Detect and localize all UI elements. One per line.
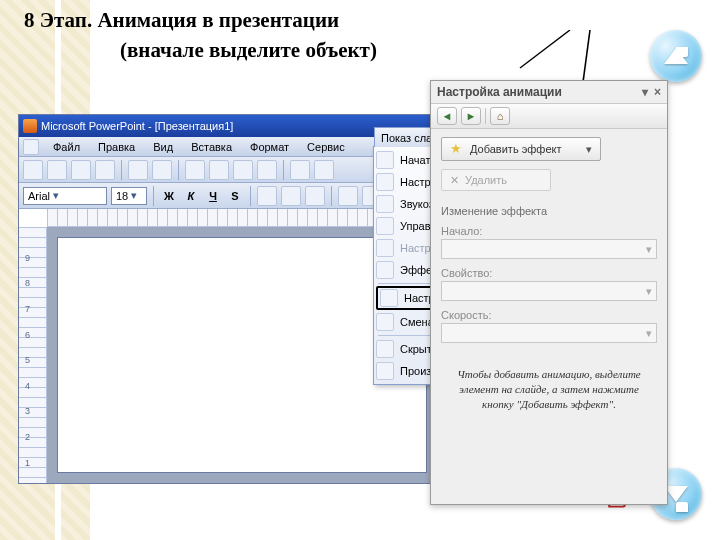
svg-line-0 — [520, 30, 570, 68]
ruler-num: 2 — [25, 432, 30, 442]
slide-canvas[interactable] — [57, 237, 427, 473]
toolbar-button[interactable] — [290, 160, 310, 180]
property-combo[interactable]: ▾ — [441, 281, 657, 301]
nav-back-button[interactable]: ◄ — [437, 107, 457, 125]
taskpane-menu-icon[interactable]: ▾ — [642, 85, 648, 99]
italic-button[interactable]: К — [182, 190, 200, 202]
speed-label: Скорость: — [441, 309, 657, 321]
toolbar-button[interactable] — [185, 160, 205, 180]
ruler-num: 6 — [25, 330, 30, 340]
start-combo[interactable]: ▾ — [441, 239, 657, 259]
menu-item-icon — [376, 195, 394, 213]
ruler-num: 4 — [25, 381, 30, 391]
ruler-num: 5 — [25, 355, 30, 365]
nav-up-button[interactable] — [650, 30, 702, 82]
menu-view[interactable]: Вид — [145, 139, 181, 155]
ruler-num: 9 — [25, 253, 30, 263]
add-effect-button[interactable]: Добавить эффект ▾ — [441, 137, 601, 161]
ruler-num: 8 — [25, 278, 30, 288]
nav-forward-button[interactable]: ► — [461, 107, 481, 125]
separator — [485, 108, 486, 124]
menu-item-icon — [376, 362, 394, 380]
separator — [331, 186, 332, 206]
ruler-vertical: 9 8 7 6 5 4 3 2 1 — [19, 227, 47, 483]
toolbar-button[interactable] — [128, 160, 148, 180]
delete-effect-button[interactable]: ✕ Удалить — [441, 169, 551, 191]
ruler-num: 1 — [25, 458, 30, 468]
menu-item-icon — [376, 261, 394, 279]
menu-insert[interactable]: Вставка — [183, 139, 240, 155]
toolbar-button[interactable] — [338, 186, 358, 206]
delete-icon: ✕ — [450, 174, 459, 187]
menu-format[interactable]: Формат — [242, 139, 297, 155]
menu-file[interactable]: Файл — [45, 139, 88, 155]
add-effect-label: Добавить эффект — [470, 143, 561, 155]
delete-label: Удалить — [465, 174, 507, 186]
taskpane-title-text: Настройка анимации — [437, 85, 562, 99]
toolbar-button[interactable] — [314, 160, 334, 180]
align-button[interactable] — [257, 186, 277, 206]
system-menu-icon[interactable] — [23, 139, 39, 155]
ruler-num: 3 — [25, 406, 30, 416]
shadow-button[interactable]: S — [226, 190, 244, 202]
fontsize-combo[interactable]: 18▾ — [111, 187, 147, 205]
menu-item-icon — [376, 313, 394, 331]
menu-item-icon — [376, 239, 394, 257]
dropdown-icon: ▾ — [50, 189, 62, 202]
taskpane-hint: Чтобы добавить анимацию, выделите элемен… — [454, 367, 644, 412]
toolbar-button[interactable] — [233, 160, 253, 180]
font-name: Arial — [28, 190, 50, 202]
separator — [283, 160, 284, 180]
bold-button[interactable]: Ж — [160, 190, 178, 202]
separator — [121, 160, 122, 180]
menu-item-icon — [376, 217, 394, 235]
arrow-up-icon — [664, 48, 688, 64]
menu-item-icon — [376, 173, 394, 191]
toolbar-button[interactable] — [47, 160, 67, 180]
property-label: Свойство: — [441, 267, 657, 279]
dropdown-icon: ▾ — [586, 143, 592, 156]
nav-home-button[interactable]: ⌂ — [490, 107, 510, 125]
app-icon — [23, 119, 37, 133]
menu-item-icon — [376, 151, 394, 169]
animation-taskpane: Настройка анимации ▾ × ◄ ► ⌂ Добавить эф… — [430, 80, 668, 505]
dropdown-icon: ▾ — [128, 189, 140, 202]
close-icon[interactable]: × — [654, 85, 661, 99]
window-title: Microsoft PowerPoint - [Презентация1] — [41, 120, 233, 132]
separator — [153, 186, 154, 206]
menu-service[interactable]: Сервис — [299, 139, 353, 155]
separator — [250, 186, 251, 206]
toolbar-button[interactable] — [152, 160, 172, 180]
align-button[interactable] — [305, 186, 325, 206]
toolbar-button[interactable] — [257, 160, 277, 180]
star-icon — [450, 142, 464, 156]
font-combo[interactable]: Arial▾ — [23, 187, 107, 205]
separator — [178, 160, 179, 180]
ruler-num: 7 — [25, 304, 30, 314]
taskpane-title: Настройка анимации ▾ × — [431, 81, 667, 104]
menu-item-icon — [380, 289, 398, 307]
taskpane-nav: ◄ ► ⌂ — [431, 104, 667, 129]
menu-item-icon — [376, 340, 394, 358]
toolbar-button[interactable] — [95, 160, 115, 180]
align-button[interactable] — [281, 186, 301, 206]
underline-button[interactable]: Ч — [204, 190, 222, 202]
font-size: 18 — [116, 190, 128, 202]
toolbar-button[interactable] — [71, 160, 91, 180]
toolbar-button[interactable] — [23, 160, 43, 180]
toolbar-button[interactable] — [209, 160, 229, 180]
change-effect-label: Изменение эффекта — [441, 205, 657, 217]
speed-combo[interactable]: ▾ — [441, 323, 657, 343]
start-label: Начало: — [441, 225, 657, 237]
menu-edit[interactable]: Правка — [90, 139, 143, 155]
